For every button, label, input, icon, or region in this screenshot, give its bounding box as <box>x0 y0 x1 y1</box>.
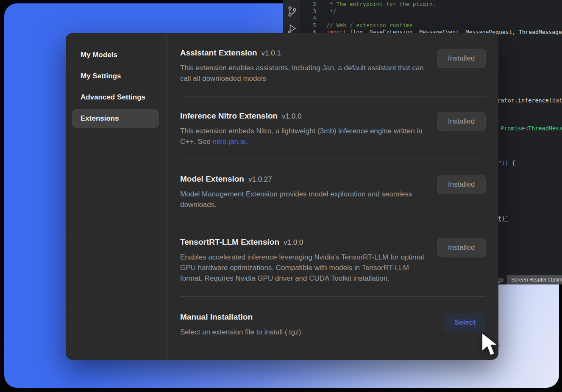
extension-row-model: Model Extension v1.0.27 Model Management… <box>180 160 486 223</box>
extension-version: v1.0.0 <box>282 112 301 121</box>
code-text: data <box>552 97 562 104</box>
code-line: 4 <box>301 15 562 22</box>
code-text: rator. <box>497 97 518 104</box>
installed-button[interactable]: Installed <box>437 238 486 257</box>
installed-button[interactable]: Installed <box>437 49 486 68</box>
code-text: { <box>508 160 515 166</box>
page: 2 * The entrypoint for the plugin. 3 */ … <box>0 0 562 392</box>
code-fragment: t}` <box>498 215 508 222</box>
extension-description: This extension enables assistants, inclu… <box>180 63 425 84</box>
code-text: < <box>525 125 528 132</box>
manual-installation-title: Manual Installation <box>180 312 253 322</box>
code-fragment: Promise<ThreadMessage> <box>501 125 562 132</box>
sidebar-item-my-models[interactable]: My Models <box>72 46 159 64</box>
code-text: ThreadMessage <box>528 125 562 132</box>
extension-row-tensorrt: TensortRT-LLM Extension v1.0.0 Enables a… <box>180 223 486 297</box>
screen-reader-optimized-badge[interactable]: Screen Reader Optimized <box>507 275 562 284</box>
code-fragment: ")) { <box>498 160 515 166</box>
extensions-list: Assistant Extension v1.0.1 This extensio… <box>167 33 498 360</box>
extension-title: Inference Nitro Extension <box>180 111 278 121</box>
code-text: ( <box>549 97 552 104</box>
extension-description: This extension embeds Nitro, a lightweig… <box>180 126 425 147</box>
code-line: 5 // Web / extension runtime <box>301 22 562 29</box>
code-line: 2 * The entrypoint for the plugin. <box>301 1 562 8</box>
select-button[interactable]: Select <box>444 313 486 332</box>
mouse-cursor-icon <box>480 332 501 360</box>
extension-version: v1.0.27 <box>248 175 272 184</box>
installed-button[interactable]: Installed <box>437 112 486 131</box>
code-text: * The entrypoint for the plugin. <box>326 1 436 8</box>
extension-description: Model Management Extension provides mode… <box>180 189 425 210</box>
code-line: 3 */ <box>301 8 562 15</box>
manual-installation-description: Select an extension file to install (.tg… <box>180 327 301 337</box>
source-control-icon[interactable] <box>287 0 298 18</box>
sidebar-item-label: Advanced Settings <box>81 93 145 102</box>
code-text: */ <box>326 8 336 15</box>
code-text: )) <box>501 160 508 166</box>
extension-description: Enables accelerated inference leveraging… <box>180 252 425 284</box>
extension-row-nitro: Inference Nitro Extension v1.0.0 This ex… <box>180 97 486 160</box>
code-text: t}` <box>498 215 508 222</box>
installed-button[interactable]: Installed <box>437 175 486 194</box>
extension-version: v1.0.0 <box>284 238 303 247</box>
settings-modal: My Models My Settings Advanced Settings … <box>66 33 498 360</box>
sidebar-item-label: My Settings <box>81 72 121 80</box>
settings-sidebar: My Models My Settings Advanced Settings … <box>66 33 167 360</box>
code-text: // Web / extension runtime <box>326 22 413 29</box>
line-number: 2 <box>301 1 326 8</box>
extension-version: v1.0.1 <box>262 49 281 58</box>
editor-code-lines: 2 * The entrypoint for the plugin. 3 */ … <box>301 1 562 36</box>
line-number: 4 <box>301 15 326 22</box>
sidebar-item-my-settings[interactable]: My Settings <box>72 67 159 86</box>
status-left-text: go <box>498 275 504 284</box>
extension-row-assistant: Assistant Extension v1.0.1 This extensio… <box>180 46 486 97</box>
description-text: . <box>246 138 248 146</box>
code-text: " <box>498 160 501 166</box>
sidebar-item-label: Extensions <box>81 114 119 123</box>
extension-title: Assistant Extension <box>180 48 257 58</box>
sidebar-item-extensions[interactable]: Extensions <box>72 109 159 128</box>
line-number: 3 <box>301 8 326 15</box>
sidebar-item-advanced-settings[interactable]: Advanced Settings <box>72 88 159 107</box>
sidebar-item-label: My Models <box>81 51 117 59</box>
nitro-jan-ai-link[interactable]: nitro.jan.ai <box>213 138 246 146</box>
extension-title: Model Extension <box>180 174 244 184</box>
code-text: inference <box>518 97 549 104</box>
code-fragment: rator.inference(data)); <box>497 97 562 104</box>
manual-installation-row: Manual Installation Select an extension … <box>180 297 486 350</box>
extension-title: TensortRT-LLM Extension <box>180 237 279 247</box>
run-debug-icon[interactable] <box>287 18 298 34</box>
code-text: Promise <box>501 125 525 132</box>
line-number: 5 <box>301 22 326 29</box>
